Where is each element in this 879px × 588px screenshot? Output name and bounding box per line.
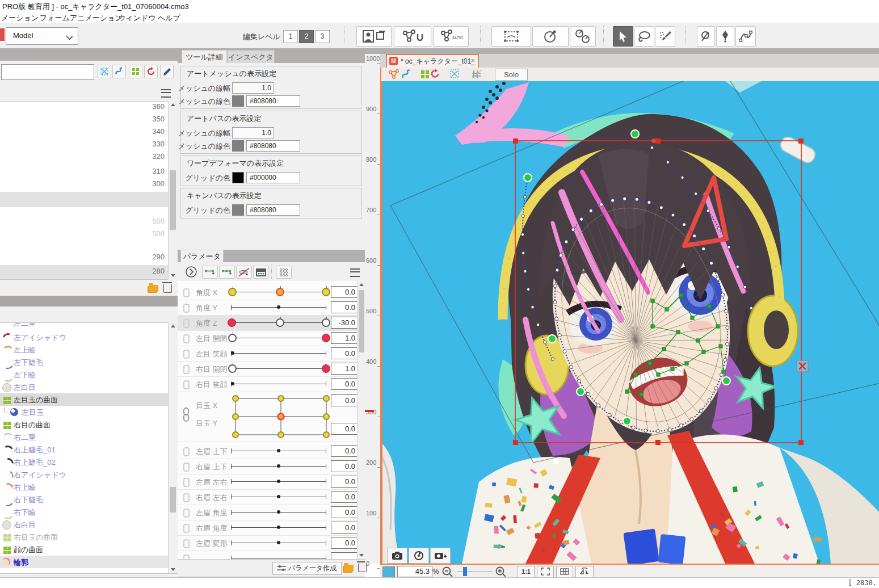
trash-icon[interactable] <box>163 284 172 293</box>
mesh-line-color-swatch[interactable] <box>232 95 244 107</box>
param-row[interactable]: 左眉 上下 0.0 <box>178 443 357 459</box>
menu-animation[interactable]: メーション <box>1 13 39 23</box>
tab-inspector[interactable]: インスペクタ <box>227 50 275 64</box>
slider-handle[interactable] <box>277 464 280 468</box>
mesh-line-width-input[interactable]: 1.0 <box>232 82 274 94</box>
canvas-color-swatch[interactable] <box>382 566 395 578</box>
param-value-input[interactable]: 1.0 <box>331 363 358 375</box>
param-slider[interactable] <box>231 307 326 308</box>
slider-handle[interactable] <box>277 305 280 309</box>
actual-size-button[interactable]: 1:1 <box>518 566 535 578</box>
param-row[interactable]: 左眉 角度 0.0 <box>178 505 357 520</box>
filter-grid-deformer-button[interactable] <box>129 65 142 78</box>
param-value-input[interactable] <box>331 552 358 559</box>
param-row[interactable]: 右眉 上下 0.0 <box>178 459 357 474</box>
param-slider[interactable] <box>231 543 326 543</box>
warp-deformer-create-button[interactable] <box>491 26 531 47</box>
zoom-slider-thumb[interactable] <box>463 567 467 576</box>
filter-rotation-deformer-button[interactable] <box>144 65 158 78</box>
show-warp-deformer-toggle[interactable] <box>420 69 431 80</box>
param-row[interactable]: 左目 開閉 1.0 <box>178 330 357 346</box>
add-camera-button[interactable] <box>430 548 451 564</box>
add-key-3point-button[interactable] <box>219 266 235 279</box>
param-row-active[interactable]: 角度 Z -30.0 <box>178 315 357 331</box>
deformer-list-scrollbar[interactable] <box>168 322 178 573</box>
slider-handle[interactable] <box>277 541 280 544</box>
list-item[interactable]: 顔の曲面 <box>0 543 168 556</box>
param-slider[interactable] <box>231 292 326 292</box>
keyform-dot-current[interactable] <box>228 318 236 327</box>
param-value-input[interactable]: 0.0 <box>331 286 358 298</box>
create-parameter-button[interactable]: パラメータ作成 <box>272 562 342 575</box>
param-slider[interactable] <box>231 466 326 467</box>
list-item[interactable]: 左下瞼 <box>0 368 168 381</box>
parts-list[interactable]: 360 350 340 330 320 310 300 500 500 290 … <box>0 101 168 280</box>
menu-help[interactable]: ヘルプ <box>158 13 180 23</box>
scrollbar-thumb[interactable] <box>170 487 176 513</box>
canvas-grid-color-input[interactable]: #808080 <box>246 204 300 216</box>
keyform-dot[interactable] <box>228 334 237 342</box>
path-line-width-input[interactable]: 1.0 <box>232 127 274 138</box>
keyform-dot-current[interactable] <box>322 364 330 373</box>
list-item[interactable]: 右下睫毛 <box>0 493 168 506</box>
document-tab[interactable]: M * oc_キャラクター_t01_ × <box>386 54 479 69</box>
list-item[interactable]: 右二重 <box>0 431 168 443</box>
list-item[interactable]: 右上瞼 <box>0 481 168 493</box>
new-folder-icon[interactable] <box>344 565 354 572</box>
expand-all-icon[interactable] <box>185 266 197 278</box>
flip-view-button[interactable] <box>575 566 594 578</box>
trash-icon[interactable] <box>358 564 367 572</box>
scroll-up-icon[interactable] <box>359 283 364 286</box>
param-row-clipped[interactable] <box>178 551 357 559</box>
param-2d-grid[interactable] <box>231 393 331 440</box>
show-mesh-toggle[interactable] <box>388 69 399 80</box>
list-item[interactable]: 右目玉の曲面 <box>0 531 168 543</box>
list-item[interactable]: 左下睫毛 <box>0 356 168 368</box>
keyform-dot-current[interactable] <box>322 334 330 342</box>
model-view-button[interactable] <box>356 26 392 47</box>
param-slider[interactable] <box>231 512 326 513</box>
show-artpath-toggle[interactable] <box>401 69 412 80</box>
list-item[interactable]: 右目の曲面 <box>0 418 168 431</box>
slider-handle[interactable] <box>231 382 234 385</box>
arrow-select-tool-button[interactable] <box>613 26 633 47</box>
list-item[interactable]: 左目玉 <box>0 406 168 418</box>
scroll-up-icon[interactable] <box>171 325 175 327</box>
path-line-color-swatch[interactable] <box>232 140 244 152</box>
param-row[interactable]: 左眉 変形 0.0 <box>178 535 357 551</box>
snapshot-button[interactable] <box>387 548 407 564</box>
scroll-up-icon[interactable] <box>171 103 175 106</box>
parts-menu-button[interactable] <box>161 89 171 98</box>
param-slider[interactable] <box>231 451 326 451</box>
param-value-input[interactable]: -30.0 <box>331 317 358 329</box>
param-value-input[interactable]: 0.0 <box>331 506 358 518</box>
parameter-scrollbar[interactable] <box>357 281 365 559</box>
param-row[interactable]: 角度 Y 0.0 <box>178 300 357 316</box>
param-slider[interactable] <box>231 322 326 323</box>
param-row[interactable]: 右目 開閉 1.0 <box>178 361 357 377</box>
edit-level-1-button[interactable]: 1 <box>283 30 298 43</box>
param-value-input[interactable]: 1.0 <box>331 332 358 344</box>
param-slider[interactable] <box>231 481 326 482</box>
list-item[interactable]: 右上睫毛_02 <box>0 456 168 468</box>
path-line-color-input[interactable]: #808080 <box>246 140 300 152</box>
param-slider[interactable] <box>231 558 326 558</box>
keyform-dot[interactable] <box>276 318 284 327</box>
zoom-out-icon[interactable] <box>441 566 454 577</box>
canvas-viewport[interactable] <box>381 81 879 564</box>
show-rotation-deformer-toggle[interactable] <box>430 69 441 80</box>
deformer-list[interactable]: 左二重 左アイシャドウ 左上瞼 左下睫毛 左下瞼 左白目 左目玉の曲面 <box>0 322 168 574</box>
grid-color-swatch[interactable] <box>232 172 244 183</box>
keyform-dot[interactable] <box>322 288 330 296</box>
tab-tool-detail[interactable]: ツール詳細 <box>182 50 227 64</box>
scrollbar-thumb[interactable] <box>170 170 176 230</box>
list-item[interactable]: 左アイシャドウ <box>0 331 168 343</box>
parts-row-selected[interactable] <box>0 265 168 279</box>
slider-handle[interactable] <box>277 510 280 514</box>
list-item-selected[interactable]: 左目玉の曲面 <box>0 393 168 406</box>
menu-form-animation[interactable]: フォームアニメーション <box>40 13 123 23</box>
list-item[interactable]: 右上睫毛_01 <box>0 443 168 456</box>
param-row-2d[interactable]: 目玉 X 目玉 Y 0.0 0.0 <box>178 392 357 442</box>
keyform-dot-current[interactable] <box>278 414 284 420</box>
list-item[interactable]: 左二重 <box>0 322 168 329</box>
